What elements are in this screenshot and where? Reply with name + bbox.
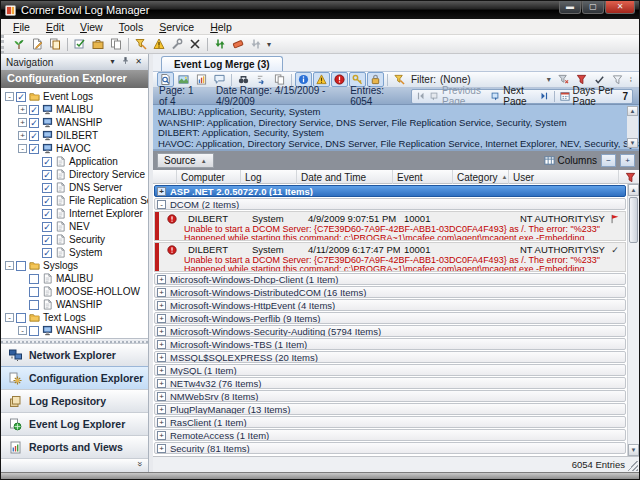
menu-tools[interactable]: Tools <box>111 20 152 34</box>
summary-scrollbar[interactable]: ▲ ▼ <box>627 106 638 148</box>
tree-item-file-replication-service[interactable]: ✓File Replication Service <box>1 194 148 207</box>
menu-help[interactable]: Help <box>202 20 240 34</box>
expand-icon[interactable]: + <box>157 431 166 440</box>
nav-button-event-log-explorer[interactable]: Event Log Explorer <box>1 412 148 435</box>
tree-item-moose-hollow[interactable]: MOOSE-HOLLOW <box>1 285 148 298</box>
tree-item-nev[interactable]: ✓NEV <box>1 220 148 233</box>
filter-dropdown-icon[interactable]: ▾ <box>544 75 554 84</box>
tree-item-security[interactable]: ✓Security <box>1 233 148 246</box>
menu-edit[interactable]: Edit <box>38 20 72 34</box>
menu-file[interactable]: File <box>5 20 38 34</box>
tree-checkbox[interactable]: ✓ <box>29 118 39 128</box>
group-row-mysql-1-item[interactable]: +MySQL (1 Item) <box>154 364 626 376</box>
group-row-mssql-sqlexpress-20-items[interactable]: +MSSQL$SQLEXPRESS (20 Items) <box>154 351 626 363</box>
previous-page-icon[interactable] <box>429 91 439 101</box>
tree-checkbox[interactable] <box>29 287 39 297</box>
collapse-all-button[interactable]: − <box>601 154 616 167</box>
resize-grip[interactable] <box>627 460 638 471</box>
filter-clear-button[interactable] <box>555 72 572 87</box>
alert-chart-button[interactable] <box>150 36 168 53</box>
group-row-microsoft-windows-tbs-1-item[interactable]: +Microsoft-Windows-TBS (1 Item) <box>154 338 626 350</box>
tree-item-dilbert[interactable]: +✓DILBERT <box>1 129 148 142</box>
group-row-asp-net-2-0-50727-0-11-items[interactable]: +ASP .NET 2.0.50727.0 (11 Items) <box>154 185 626 197</box>
filter-edit-button[interactable] <box>132 36 150 53</box>
header-filter-funnel[interactable] <box>619 172 639 183</box>
title-bar[interactable]: Corner Bowl Log Manager ▬ ▢ ✕ <box>1 1 639 19</box>
expand-icon[interactable]: + <box>157 379 166 388</box>
expand-icon[interactable]: + <box>157 288 166 297</box>
nav-button-log-repository[interactable]: Log Repository <box>1 389 148 412</box>
nav-button-reports-and-views[interactable]: Reports and Views <box>1 435 148 458</box>
tree-item-directory-service[interactable]: ✓Directory Service <box>1 168 148 181</box>
pin-icon[interactable] <box>119 56 132 68</box>
group-by-source-button[interactable]: Source ▲ <box>157 153 214 168</box>
panel-options-chevron[interactable]: » <box>1 458 148 472</box>
expand-icon[interactable]: + <box>157 314 166 323</box>
expand-icon[interactable]: + <box>157 275 166 284</box>
column-header-category[interactable]: Category▲ <box>453 170 509 184</box>
expand-all-button[interactable]: + <box>620 154 635 167</box>
maximize-button[interactable]: ▢ <box>582 1 604 14</box>
tree-checkbox[interactable]: ✓ <box>42 157 52 167</box>
tree-item-havoc[interactable]: -✓HAVOC <box>1 142 148 155</box>
tree-item-wanship[interactable]: +✓WANSHIP <box>1 116 148 129</box>
close-panel-icon[interactable]: ✕ <box>132 56 145 68</box>
tree-checkbox[interactable] <box>29 300 39 310</box>
delete-button[interactable] <box>186 36 204 53</box>
nav-button-configuration-explorer[interactable]: Configuration Explorer <box>1 366 148 389</box>
expand-icon[interactable]: + <box>18 118 27 127</box>
nav-button-network-explorer[interactable]: Network Explorer <box>1 343 148 366</box>
menu-service[interactable]: Service <box>151 20 202 34</box>
scroll-down-icon[interactable]: ▼ <box>627 138 638 148</box>
group-row-microsoft-windows-security-auditing-5794-items[interactable]: +Microsoft-Windows-Security-Auditing (57… <box>154 325 626 337</box>
expand-icon[interactable]: + <box>18 105 27 114</box>
tree-item-application[interactable]: ✓Application <box>1 155 148 168</box>
expand-icon[interactable]: + <box>157 405 166 414</box>
new-source-button[interactable] <box>10 36 28 53</box>
column-header-log[interactable]: Log <box>241 170 297 184</box>
event-row[interactable]: DILBERTSystem4/9/2009 9:07:51 PM10001NT … <box>154 211 626 241</box>
group-row-rasclient-1-item[interactable]: +RasClient (1 Item) <box>154 416 626 428</box>
group-row-security-81-items[interactable]: +Security (81 Items) <box>154 442 626 454</box>
select-check-button[interactable] <box>71 36 89 53</box>
tree-item-wanship[interactable]: WANSHIP <box>1 298 148 311</box>
expand-icon[interactable]: + <box>157 392 166 401</box>
menu-view[interactable]: View <box>72 20 111 34</box>
column-header-date-and-time[interactable]: Date and Time <box>297 170 393 184</box>
group-row-microsoft-windows-perflib-9-items[interactable]: +Microsoft-Windows-Perflib (9 Items) <box>154 312 626 324</box>
tree-checkbox[interactable]: ✓ <box>42 170 52 180</box>
tree-checkbox[interactable]: ✓ <box>42 196 52 206</box>
tree-checkbox[interactable]: ✓ <box>16 92 26 102</box>
expand-icon[interactable]: + <box>18 131 27 140</box>
expand-icon[interactable]: + <box>157 301 166 310</box>
tree-checkbox[interactable]: ✓ <box>42 235 52 245</box>
column-header-user[interactable]: User <box>509 170 619 184</box>
columns-button[interactable]: Columns <box>544 155 597 166</box>
tree-item-malibu[interactable]: MALIBU <box>1 272 148 285</box>
tree-checkbox[interactable]: ✓ <box>42 222 52 232</box>
days-per-page-button[interactable]: Days Per Page <box>573 85 620 107</box>
column-header-computer[interactable]: Computer <box>177 170 241 184</box>
expand-icon[interactable]: + <box>157 366 166 375</box>
tree-item-internet-explorer[interactable]: ✓Internet Explorer <box>1 207 148 220</box>
group-row-netw4v32-76-items[interactable]: +NETw4v32 (76 Items) <box>154 377 626 389</box>
tree-item-dns-server[interactable]: ✓DNS Server <box>1 181 148 194</box>
chevron-down-icon[interactable]: ▾ <box>106 56 119 68</box>
group-row-microsoft-windows-dhcp-client-1-item[interactable]: +Microsoft-Windows-Dhcp-Client (1 Item) <box>154 273 626 285</box>
expand-icon[interactable]: + <box>157 327 166 336</box>
expand-icon[interactable]: + <box>157 340 166 349</box>
tree-checkbox[interactable] <box>16 313 26 323</box>
copy-button[interactable] <box>107 36 125 53</box>
scroll-up-icon[interactable]: ▲ <box>628 184 639 196</box>
group-row-microsoft-windows-distributedcom-16-items[interactable]: +Microsoft-Windows-DistributedCOM (16 It… <box>154 286 626 298</box>
sync-button[interactable] <box>211 36 229 53</box>
group-row-plugplaymanager-13-items[interactable]: +PlugPlayManager (13 Items) <box>154 403 626 415</box>
collapse-icon[interactable]: - <box>18 144 27 153</box>
open-folder-button[interactable] <box>89 36 107 53</box>
tree-item-syslogs[interactable]: -Syslogs <box>1 259 148 272</box>
scrollbar-thumb[interactable] <box>629 197 638 243</box>
collapse-icon[interactable]: - <box>5 261 14 270</box>
expand-icon[interactable]: + <box>157 418 166 427</box>
expand-icon[interactable]: + <box>157 353 166 362</box>
scroll-down-icon[interactable]: ▼ <box>628 444 639 456</box>
